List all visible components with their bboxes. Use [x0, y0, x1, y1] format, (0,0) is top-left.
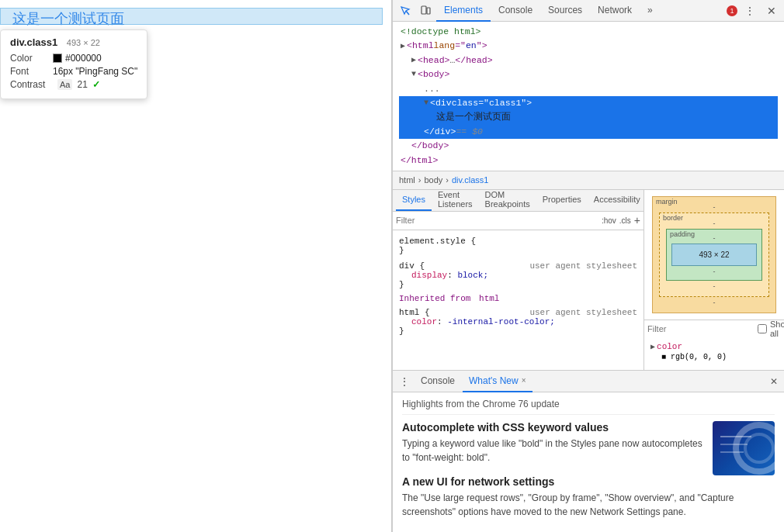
box-border-label: border [663, 214, 683, 222]
filter-add-button[interactable]: + [634, 215, 640, 226]
html-doctype-line[interactable]: <!doctype html> [399, 25, 778, 39]
devtools-menu-icon[interactable]: ⋮ [741, 2, 759, 20]
css-prop-display[interactable]: display: block; [399, 271, 637, 280]
toolbar-right: 1 ⋮ ✕ [727, 2, 781, 20]
html-text-line[interactable]: 这是一个测试页面 [399, 110, 778, 124]
tab-network[interactable]: Network [590, 0, 640, 22]
tooltip-font-value: 16px "PingFang SC" [53, 66, 137, 77]
breadcrumb-div[interactable]: div.class1 [452, 175, 488, 185]
html-expand-arrow[interactable]: ▶ [401, 40, 405, 53]
inspect-element-icon[interactable] [396, 2, 415, 20]
html-ellipsis-line[interactable]: ... [399, 82, 778, 96]
svg-point-4 [745, 434, 773, 462]
bottom-panel: ⋮ Console What's New × ✕ Highlights from… [393, 370, 784, 532]
html-body-close-line[interactable]: </body> [399, 139, 778, 153]
whats-new-highlight: Highlights from the Chrome 76 update [402, 399, 775, 415]
breadcrumb: html › body › div.class1 [393, 171, 784, 190]
css-source-div: user agent stylesheet [529, 261, 637, 271]
devtools-tabs: Elements Console Sources Network » [436, 0, 725, 22]
tab-elements[interactable]: Elements [436, 0, 491, 22]
css-prop-color[interactable]: color: -internal-root-color; [399, 317, 637, 326]
computed-props: ▶ color ■ rgb(0, 0, 0) [644, 338, 784, 365]
body-ellipsis: ... [424, 82, 440, 96]
error-badge: 1 [727, 5, 737, 16]
styles-right: margin - border - padding - 493 × 22 - [644, 190, 784, 370]
tab-console[interactable]: Console [491, 0, 540, 22]
whats-new-feature-2: A new UI for network settings The "Use l… [402, 475, 775, 519]
tab-more[interactable]: » [640, 0, 661, 22]
box-margin: margin - border - padding - 493 × 22 - [652, 196, 776, 313]
computed-filter-input[interactable] [647, 324, 755, 333]
css-selector-html[interactable]: html { [399, 308, 430, 317]
filter-hov-button[interactable]: :hov [602, 216, 616, 225]
computed-rgb-value: ■ rgb(0, 0, 0) [661, 353, 727, 361]
css-selector-div[interactable]: div { [399, 261, 425, 271]
tooltip-color-value: #000000 [53, 53, 102, 64]
filter-input[interactable] [396, 216, 598, 225]
computed-color-name: color [657, 342, 778, 351]
body-expand-arrow[interactable]: ▼ [411, 68, 416, 81]
bottom-tab-whats-new[interactable]: What's New × [463, 371, 532, 392]
styles-container: Styles Event Listeners DOM Breakpoints P… [393, 190, 784, 370]
svg-line-0 [406, 11, 409, 15]
html-body-line[interactable]: ▼ <body> [399, 67, 778, 81]
head-expand-arrow[interactable]: ▶ [411, 54, 416, 67]
breadcrumb-html[interactable]: html [399, 175, 415, 185]
tab-sources[interactable]: Sources [540, 0, 590, 22]
bottom-menu-icon[interactable]: ⋮ [396, 372, 413, 391]
whats-new-tab-close[interactable]: × [522, 376, 526, 385]
style-tab-styles[interactable]: Styles [396, 190, 432, 212]
css-source-html: user agent stylesheet [529, 308, 637, 317]
bottom-tab-console[interactable]: Console [415, 371, 461, 392]
computed-rgb-row: ■ rgb(0, 0, 0) [650, 352, 778, 362]
tooltip-contrast-label: Contrast [10, 79, 53, 90]
tooltip-element-name: div.class1 493 × 22 [10, 36, 137, 48]
contrast-checkmark: ✓ [92, 79, 100, 90]
show-all-checkbox[interactable] [758, 324, 767, 333]
whats-new-content: Highlights from the Chrome 76 update Aut… [393, 392, 784, 532]
box-padding-bottom: - [671, 268, 757, 275]
breadcrumb-sep2: › [446, 175, 449, 185]
computed-color-expand[interactable]: ▶ [650, 342, 655, 351]
tooltip-color-label: Color [10, 53, 53, 64]
webpage-panel: 这是一个测试页面 div.class1 493 × 22 Color #0000… [0, 0, 392, 532]
box-margin-label: margin [656, 198, 678, 206]
element-tooltip: div.class1 493 × 22 Color #000000 Font 1… [0, 29, 147, 99]
device-toolbar-icon[interactable] [416, 2, 435, 20]
html-div-close-line[interactable]: </div> == $0 [399, 125, 778, 139]
style-tab-event-listeners[interactable]: Event Listeners [432, 190, 479, 212]
styles-left: Styles Event Listeners DOM Breakpoints P… [393, 190, 644, 370]
css-selector-element-style[interactable]: element.style { [399, 237, 637, 246]
box-margin-bottom: - [659, 299, 769, 306]
html-html-line[interactable]: ▶ <html lang="en"> [399, 39, 778, 53]
style-tab-accessibility[interactable]: Accessibility [588, 190, 644, 212]
feature-2-desc: The "Use large request rows", "Group by … [402, 491, 775, 519]
feature-1-desc: Typing a keyword value like "bold" in th… [402, 437, 706, 465]
html-head-line[interactable]: ▶ <head>…</head> [399, 54, 778, 67]
div-expand-arrow[interactable]: ▼ [424, 97, 428, 109]
svg-rect-1 [421, 6, 426, 14]
doctype-text: <!doctype html> [401, 25, 481, 39]
bottom-close-button[interactable]: ✕ [767, 373, 781, 390]
box-padding: padding - 493 × 22 - [666, 229, 762, 281]
feature-2-title: A new UI for network settings [402, 475, 775, 488]
style-tab-dom-breakpoints[interactable]: DOM Breakpoints [479, 190, 536, 212]
color-swatch [53, 54, 62, 63]
html-html-close-line[interactable]: </html> [399, 154, 778, 168]
css-rule-close: } [399, 246, 637, 255]
computed-filter: Show all [644, 320, 784, 338]
style-tab-properties[interactable]: Properties [536, 190, 588, 212]
css-html-close: } [399, 326, 637, 336]
box-padding-label: padding [670, 230, 695, 238]
html-div-line[interactable]: ▼ <div class="class1"> [399, 96, 778, 110]
feature-1-title: Autocomplete with CSS keyword values [402, 421, 706, 434]
feature-row-1: Autocomplete with CSS keyword values Typ… [402, 421, 775, 475]
feature-1-text: Autocomplete with CSS keyword values Typ… [402, 421, 706, 475]
css-div-close: } [399, 280, 637, 289]
html-text-content: 这是一个测试页面 [436, 110, 511, 124]
svg-rect-2 [427, 8, 430, 14]
breadcrumb-body[interactable]: body [424, 175, 442, 185]
devtools-close-icon[interactable]: ✕ [762, 2, 781, 20]
filter-cls-button[interactable]: .cls [619, 216, 631, 225]
css-inherited-label: Inherited from html [393, 292, 644, 305]
